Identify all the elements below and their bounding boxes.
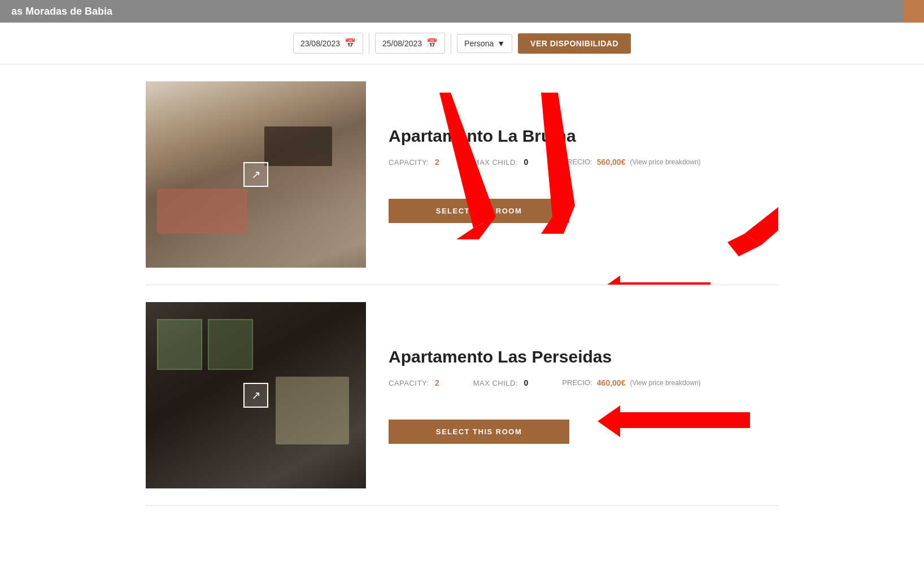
search-bar: 23/08/2023 📅 25/08/2023 📅 Persona ▼ VER … — [0, 23, 924, 64]
maxchild-spec-1: MAX CHILD: 0 — [473, 157, 529, 167]
room-image-1: ↗ — [146, 81, 366, 268]
maxchild-value-1: 0 — [524, 158, 529, 167]
persona-dropdown[interactable]: Persona ▼ — [457, 34, 512, 53]
expand-icon-1[interactable]: ↗ — [243, 162, 268, 187]
room-specs-2: CAPACITY: 2 MAX CHILD: 0 PRECIO: 460,00€… — [389, 378, 756, 388]
precio-value-2: 460,00€ — [597, 378, 626, 387]
maxchild-value-2: 0 — [524, 378, 529, 387]
room-specs-1: CAPACITY: 2 MAX CHILD: 0 PRECIO: 560,00€… — [389, 157, 756, 167]
persona-label: Persona — [464, 39, 494, 48]
precio-label-1: PRECIO: — [562, 158, 592, 166]
price-spec-2: PRECIO: 460,00€ (View price breakdown) — [562, 378, 700, 387]
maxchild-label-1: MAX CHILD: — [473, 158, 518, 167]
view-breakdown-1[interactable]: (View price breakdown) — [630, 158, 700, 166]
select-room-button-1[interactable]: SELECT THIS ROOM — [389, 199, 569, 223]
ver-disponibilidad-button[interactable]: VER DISPONIBILIDAD — [518, 33, 631, 54]
capacity-label-1: CAPACITY: — [389, 158, 429, 167]
view-breakdown-2[interactable]: (View price breakdown) — [630, 379, 700, 387]
capacity-value-2: 2 — [435, 378, 439, 387]
room-card-2: ↗ Apartamento Las Perseidas CAPACITY: 2 … — [146, 302, 778, 506]
room-details-2: Apartamento Las Perseidas CAPACITY: 2 MA… — [366, 302, 778, 488]
capacity-spec-2: CAPACITY: 2 — [389, 378, 439, 388]
svg-rect-7 — [620, 282, 711, 285]
svg-marker-8 — [598, 276, 620, 285]
persona-dropdown-icon: ▼ — [497, 39, 505, 48]
room-card-1: ↗ Apartamento La Bruma CAPACITY: 2 MAX C… — [146, 81, 778, 285]
date-from-value: 23/08/2023 — [300, 39, 340, 48]
room-name-2: Apartamento Las Perseidas — [389, 347, 756, 366]
capacity-label-2: CAPACITY: — [389, 379, 429, 387]
maxchild-label-2: MAX CHILD: — [473, 379, 518, 387]
calendar-to-icon: 📅 — [426, 38, 438, 49]
capacity-value-1: 2 — [435, 158, 439, 167]
maxchild-spec-2: MAX CHILD: 0 — [473, 378, 529, 388]
separator — [369, 33, 369, 54]
precio-value-1: 560,00€ — [597, 158, 626, 167]
capacity-spec-1: CAPACITY: 2 — [389, 157, 439, 167]
expand-icon-2[interactable]: ↗ — [243, 383, 268, 408]
date-from-field[interactable]: 23/08/2023 📅 — [293, 33, 363, 54]
room-name-1: Apartamento La Bruma — [389, 126, 756, 146]
price-spec-1: PRECIO: 560,00€ (View price breakdown) — [562, 158, 700, 167]
separator-2 — [451, 33, 451, 54]
select-room-button-2[interactable]: SELECT THIS ROOM — [389, 420, 569, 444]
svg-marker-6 — [705, 282, 711, 285]
main-content: ↗ Apartamento La Bruma CAPACITY: 2 MAX C… — [123, 64, 801, 540]
header-bar: as Moradas de Babia — [0, 0, 924, 23]
site-title: as Moradas de Babia — [11, 6, 112, 18]
room-image-2: ↗ — [146, 302, 366, 488]
precio-label-2: PRECIO: — [562, 378, 592, 387]
header-top-button[interactable] — [904, 0, 924, 23]
date-to-field[interactable]: 25/08/2023 📅 — [375, 33, 445, 54]
room-details-1: Apartamento La Bruma CAPACITY: 2 MAX CHI… — [366, 81, 778, 268]
date-to-value: 25/08/2023 — [382, 39, 422, 48]
calendar-from-icon: 📅 — [345, 38, 356, 49]
